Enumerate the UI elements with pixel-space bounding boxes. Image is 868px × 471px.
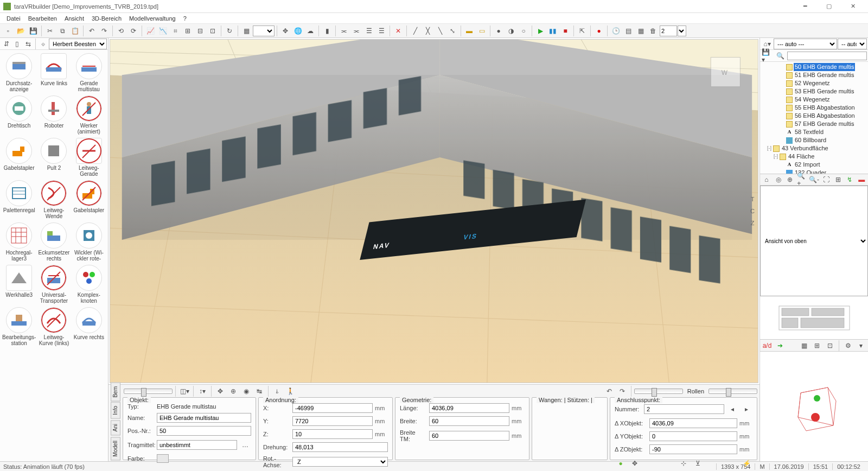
menu-bearbeiten[interactable]: Bearbeiten: [25, 14, 60, 23]
ax-arrow-icon[interactable]: ➔: [774, 340, 786, 352]
library-item[interactable]: Bearbeitungs-station: [2, 306, 36, 347]
mm-zoomin-icon[interactable]: 🔍+: [796, 174, 807, 186]
expand-icon[interactable]: [-]: [773, 152, 778, 161]
library-item[interactable]: Leitweg-Wende: [37, 179, 71, 220]
search-icon[interactable]: 🔍: [774, 50, 786, 62]
library-item[interactable]: Wickler (Wi-ckler rote-: [72, 221, 106, 263]
calendar-icon[interactable]: ▦: [635, 25, 647, 37]
record-icon[interactable]: ●: [593, 25, 605, 37]
play-icon[interactable]: ▶: [534, 25, 546, 37]
ax-toggle-icon[interactable]: a/d: [761, 340, 773, 352]
nummer-prev-icon[interactable]: ◂: [726, 403, 738, 415]
save-icon[interactable]: 💾: [27, 25, 39, 37]
line3-icon[interactable]: ╲: [434, 25, 446, 37]
dx-input[interactable]: [649, 418, 737, 428]
paste-icon[interactable]: 📋: [69, 25, 81, 37]
library-item[interactable]: Roboter: [37, 94, 71, 136]
minimize-button[interactable]: ━: [793, 0, 817, 13]
library-item[interactable]: Werker (animiert): [72, 94, 106, 136]
mm-c-icon[interactable]: ⊕: [785, 174, 796, 186]
auto-select-1[interactable]: --- auto ---: [774, 39, 837, 49]
stack-icon[interactable]: ☰: [363, 25, 375, 37]
ap-icon2[interactable]: ✥: [629, 457, 641, 469]
library-item[interactable]: Drehtisch: [2, 94, 36, 136]
mm-zoomout-icon[interactable]: 🔍-: [808, 174, 820, 186]
tree-node[interactable]: [-]44 Fläche: [760, 152, 868, 161]
trash-icon[interactable]: 🗑: [647, 25, 659, 37]
open-icon[interactable]: 📂: [15, 25, 27, 37]
menu-help[interactable]: ?: [180, 14, 190, 23]
vp-axis-icon[interactable]: ↕▾: [196, 385, 208, 397]
library-item[interactable]: Leitweg-Gerade: [72, 137, 106, 178]
library-item[interactable]: Universal-Transporter: [37, 264, 71, 305]
view1-icon[interactable]: ⌗: [169, 25, 181, 37]
undo-icon[interactable]: ↶: [86, 25, 98, 37]
wall-icon[interactable]: ▮: [321, 25, 333, 37]
axis-t-icon[interactable]: T: [751, 196, 755, 202]
expand-icon[interactable]: [-]: [767, 144, 772, 152]
breitetm-input[interactable]: [429, 431, 509, 441]
copy-icon[interactable]: ⧉: [56, 25, 68, 37]
vp-snap-icon[interactable]: ⫰: [271, 385, 283, 397]
vp-view-icon[interactable]: ◫▾: [178, 385, 190, 397]
stack2-icon[interactable]: ☰: [375, 25, 387, 37]
tab-bem[interactable]: Bem: [111, 383, 120, 402]
z-input[interactable]: [292, 429, 373, 439]
user-select[interactable]: Herbert Beesten: [49, 39, 107, 49]
library-item[interactable]: Kurve links: [37, 52, 71, 93]
rotachse-select[interactable]: Z: [292, 457, 388, 467]
ax-5-icon[interactable]: ▾: [855, 340, 867, 352]
mm-e-icon[interactable]: ↯: [845, 174, 856, 186]
ax-1-icon[interactable]: ▦: [798, 340, 810, 352]
stop-icon[interactable]: ■: [559, 25, 571, 37]
ap-icon5[interactable]: ⚡: [741, 457, 752, 469]
vp-slider1[interactable]: [124, 389, 173, 394]
library-item[interactable]: Leitweg-Kurve (links): [37, 306, 71, 347]
pause-icon[interactable]: ▮▮: [547, 25, 559, 37]
tree-node[interactable]: A58 Textfeld: [760, 128, 868, 136]
x-input[interactable]: [292, 403, 373, 413]
library-item[interactable]: Pult 2: [37, 137, 71, 178]
y-input[interactable]: [292, 416, 373, 426]
auto-select-2[interactable]: -- auto --: [838, 39, 867, 49]
speed-select[interactable]: [678, 26, 686, 36]
axis-z-icon[interactable]: Z: [751, 220, 755, 226]
tree-node[interactable]: A62 Import: [760, 161, 868, 169]
laenge-input[interactable]: [429, 403, 509, 413]
tree-node[interactable]: 54 Wegenetz: [760, 96, 868, 104]
library-item[interactable]: Eckumsetzer rechts: [37, 221, 71, 263]
tree-node[interactable]: 60 Billboard: [760, 136, 868, 144]
minimap[interactable]: [760, 296, 868, 340]
tab-modell[interactable]: Modell: [111, 437, 120, 460]
library-item[interactable]: Gabelstapler: [72, 179, 106, 220]
tree-node[interactable]: 57 EHB Gerade multis: [760, 120, 868, 128]
maximize-button[interactable]: ▢: [817, 0, 841, 13]
mm-b-icon[interactable]: ◎: [773, 174, 784, 186]
tree-node[interactable]: 56 EHB Abgabestation: [760, 112, 868, 120]
tree-node[interactable]: 55 EHB Abgabestation: [760, 104, 868, 112]
ap-icon1[interactable]: ●: [615, 457, 627, 469]
library-item[interactable]: Gabelstapler: [2, 137, 36, 178]
axis-c-icon[interactable]: C: [750, 208, 755, 214]
menu-3dbereich[interactable]: 3D-Bereich: [88, 14, 125, 23]
redo-icon[interactable]: ↷: [98, 25, 110, 37]
line2-icon[interactable]: ╳: [422, 25, 433, 37]
line4-icon[interactable]: ⤡: [446, 25, 458, 37]
chart-icon[interactable]: 📈: [144, 25, 156, 37]
tree-node[interactable]: 50 EHB Gerade multis: [760, 63, 868, 71]
close-button[interactable]: ✕: [841, 0, 865, 13]
ap-icon4[interactable]: ⊻: [692, 457, 704, 469]
drehung-input[interactable]: [292, 442, 388, 452]
compass-icon[interactable]: ✥: [279, 25, 291, 37]
tree-node[interactable]: [-]43 Verbundfläche: [760, 144, 868, 152]
vp-nav3-icon[interactable]: ◉: [240, 385, 252, 397]
sphere3-icon[interactable]: ○: [518, 25, 529, 37]
library-item[interactable]: Durchsatz-anzeige: [2, 52, 36, 93]
rect-icon[interactable]: ▬: [463, 25, 475, 37]
rect2-icon[interactable]: ▭: [476, 25, 488, 37]
pos-input[interactable]: [157, 426, 251, 436]
ap-icon3[interactable]: ⊹: [678, 457, 690, 469]
name-input[interactable]: [157, 413, 251, 423]
dy-input[interactable]: [649, 431, 737, 441]
grid-select[interactable]: [253, 26, 275, 36]
